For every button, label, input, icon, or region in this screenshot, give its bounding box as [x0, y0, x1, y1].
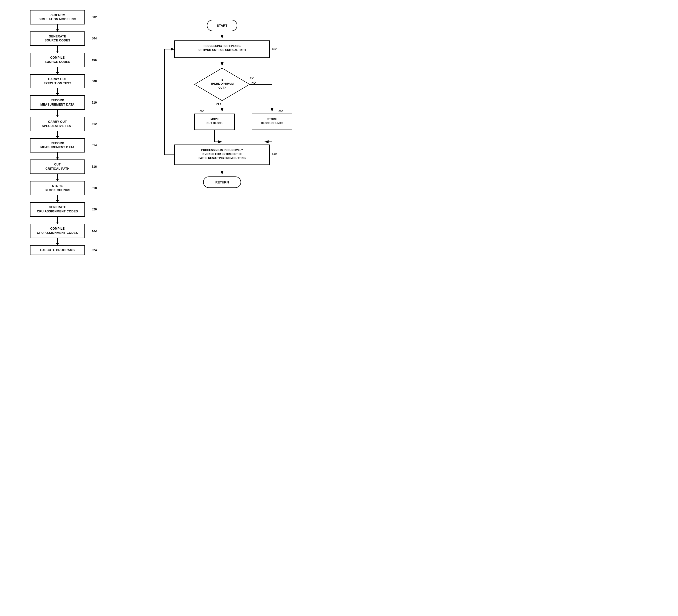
left-flowchart: PERFORM SIMULATION MODELING 502 GENERATE…: [5, 10, 110, 298]
step-512: CARRY OUTSPECULATIVE TEST 512: [30, 117, 85, 131]
step-522-num: 522: [92, 229, 97, 233]
step-504-label: GENERATESOURCE CODES: [44, 35, 70, 42]
label-608: 608: [200, 110, 204, 113]
box-610-line1: PROCESSING IS RECURSIVELY: [201, 149, 243, 152]
right-svg-wrapper: START PROCESSING FOR FINDING OPTIMUM CUT…: [160, 15, 300, 241]
arrow-9: [57, 195, 58, 202]
arrow-3: [57, 67, 58, 74]
step-516: CUTCRITICAL PATH 516: [30, 160, 85, 174]
step-514: RECORDMEASUREMENT DATA 514: [30, 138, 85, 153]
no-label: NO: [252, 81, 256, 84]
box-602-line2: OPTIMUM CUT FOR CRITICAL PATH: [198, 48, 246, 51]
step-518-num: 518: [92, 186, 97, 190]
label-610: 610: [272, 152, 276, 155]
step-514-label: RECORDMEASUREMENT DATA: [40, 141, 75, 149]
right-flow-svg: START PROCESSING FOR FINDING OPTIMUM CUT…: [160, 15, 300, 240]
diamond-604-line2: THERE OPTIMUM: [210, 82, 233, 85]
step-516-label: CUTCRITICAL PATH: [45, 163, 70, 170]
step-524-num: 524: [92, 248, 97, 252]
step-520: GENERATECPU ASSIGNMENT CODES 520: [30, 202, 85, 217]
box-610-line3: PATHS RESULTING FROM CUTTING: [198, 157, 246, 160]
step-522: COMPILECPU ASSIGNMENT CODES 522: [30, 223, 85, 238]
box-608-line1: MOVE: [210, 118, 218, 121]
box-606-line1: STORE: [267, 118, 277, 121]
diamond-604-line3: CUT?: [218, 86, 226, 89]
arrow-2: [57, 46, 58, 53]
step-502-num: 502: [92, 15, 97, 19]
step-506-num: 506: [92, 58, 97, 62]
step-514-num: 514: [92, 143, 97, 148]
arrow-7: [57, 153, 58, 160]
box-608-line2: CUT BLOCK: [206, 122, 223, 125]
diamond-604-line1: IS: [221, 78, 223, 81]
step-524-label: EXECUTE PROGRAMS: [40, 248, 75, 252]
step-502: PERFORM SIMULATION MODELING 502: [30, 10, 85, 25]
step-506-label: COMPILESOURCE CODES: [44, 56, 70, 64]
step-504-num: 504: [92, 36, 97, 41]
box-602-line1: PROCESSING FOR FINDING: [203, 44, 240, 47]
arrow-4: [57, 88, 58, 95]
step-508-label: CARRY OUTEXECUTION TEST: [44, 77, 71, 85]
arrow-1: [57, 25, 58, 32]
step-510-num: 510: [92, 100, 97, 105]
label-604: 604: [250, 76, 255, 79]
step-510: RECORDMEASUREMENT DATA 510: [30, 95, 85, 110]
arrow-10: [57, 217, 58, 223]
arrow-8: [57, 174, 58, 181]
box-606-line2: BLOCK CHUNKS: [261, 122, 283, 125]
step-510-label: RECORDMEASUREMENT DATA: [40, 98, 75, 106]
step-504: GENERATESOURCE CODES 504: [30, 32, 85, 46]
step-516-num: 516: [92, 165, 97, 169]
step-512-label: CARRY OUTSPECULATIVE TEST: [42, 120, 73, 128]
step-518-label: STOREBLOCK CHUNKS: [44, 184, 70, 192]
arrow-6: [57, 131, 58, 138]
return-label: RETURN: [215, 180, 229, 184]
step-518: STOREBLOCK CHUNKS 518: [30, 181, 85, 196]
yes-label: YES: [216, 103, 221, 106]
step-512-num: 512: [92, 122, 97, 126]
arrow-11: [57, 238, 58, 245]
right-flowchart: START PROCESSING FOR FINDING OPTIMUM CUT…: [125, 10, 334, 298]
step-520-num: 520: [92, 207, 97, 212]
start-label: START: [217, 24, 227, 28]
step-502-label: PERFORM SIMULATION MODELING: [39, 13, 76, 21]
arrow-5: [57, 110, 58, 117]
step-522-label: COMPILECPU ASSIGNMENT CODES: [37, 227, 78, 235]
step-506: COMPILESOURCE CODES 506: [30, 53, 85, 67]
step-508-num: 508: [92, 79, 97, 83]
label-602: 602: [272, 47, 276, 50]
step-524: EXECUTE PROGRAMS 524: [30, 245, 85, 255]
step-520-label: GENERATECPU ASSIGNMENT CODES: [37, 205, 78, 213]
step-508: CARRY OUTEXECUTION TEST 508: [30, 74, 85, 89]
box-610-line2: INVOKED FOR ENTIRE SET OF: [201, 153, 242, 156]
label-606: 606: [278, 110, 283, 113]
